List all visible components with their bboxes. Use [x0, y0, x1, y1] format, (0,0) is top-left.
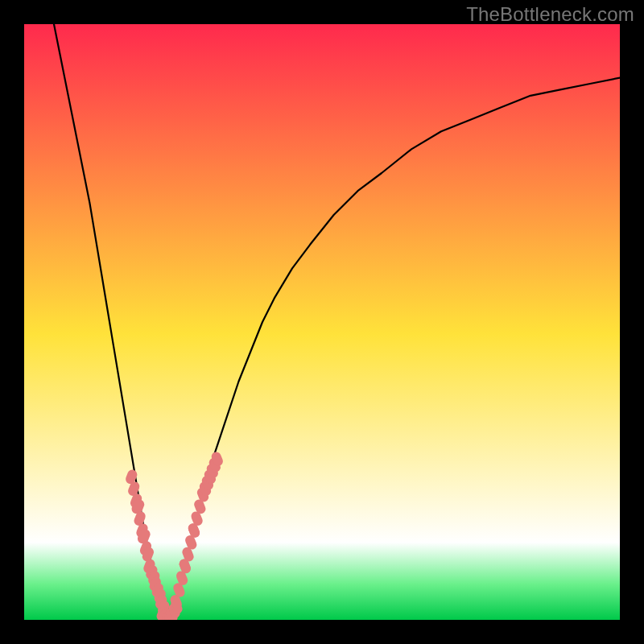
gradient-background	[24, 24, 620, 620]
chart-svg	[24, 24, 620, 620]
plot-area	[24, 24, 620, 620]
watermark-text: TheBottleneck.com	[466, 3, 634, 26]
chart-frame: TheBottleneck.com	[0, 0, 644, 644]
